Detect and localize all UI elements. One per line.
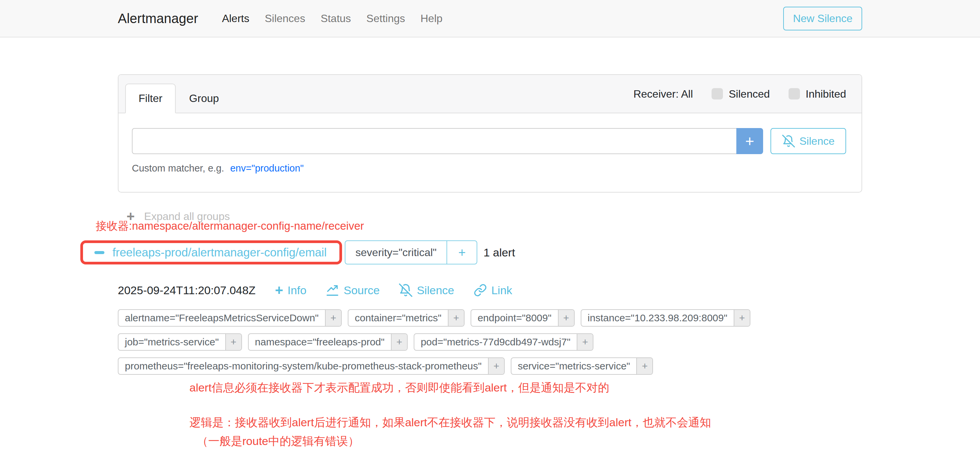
silence-button-label: Silence [800, 135, 835, 147]
label-tag-text: namespace="freeleaps-prod" [249, 334, 391, 350]
alert-count: 1 alert [483, 246, 515, 259]
label-tag: instance="10.233.98.209:8009" + [581, 309, 750, 326]
add-matcher-button[interactable]: + [737, 128, 763, 154]
alert-info-button[interactable]: + Info [275, 283, 306, 297]
label-tag-text: job="metrics-service" [118, 334, 225, 350]
plus-icon: + [739, 312, 745, 323]
label-tag-add-button[interactable]: + [325, 310, 341, 326]
nav-item-silences[interactable]: Silences [257, 13, 313, 25]
receiver-filter-label: Receiver: All [633, 87, 693, 100]
label-tag-add-button[interactable]: + [225, 334, 241, 350]
plus-icon: + [642, 360, 648, 372]
label-tag-text: pod="metrics-77d9cdb497-wdsj7" [414, 334, 577, 350]
alert-link-label: Link [492, 284, 512, 297]
plus-icon: + [453, 312, 459, 323]
alert-info-label: Info [288, 284, 307, 297]
annotation-alert-note: alert信息必须在接收器下才表示配置成功，否则即使能看到alert，但是通知是… [189, 380, 862, 396]
plus-icon: + [330, 312, 336, 323]
alert-link-button[interactable]: Link [474, 284, 512, 297]
custom-matcher-hint: Custom matcher, e.g. env="production" [132, 163, 846, 174]
nav-item-help[interactable]: Help [413, 13, 450, 25]
matcher-input[interactable] [132, 128, 737, 154]
plus-icon: + [582, 336, 589, 348]
filter-card-header: Filter Group Receiver: All Silenced Inhi… [118, 75, 862, 113]
alert-labels: alertname="FreeleapsMetricsServiceDown" … [118, 309, 862, 375]
filter-card: Filter Group Receiver: All Silenced Inhi… [118, 74, 862, 193]
plus-icon: + [493, 360, 500, 372]
label-row: prometheus="freeleaps-monitoring-system/… [118, 357, 862, 375]
silenced-checkbox-label[interactable]: Silenced [729, 87, 770, 100]
label-tag: service="metrics-service" + [511, 357, 653, 375]
label-tag-add-button[interactable]: + [558, 310, 574, 326]
label-row: job="metrics-service" + namespace="freel… [118, 333, 862, 351]
label-tag-add-button[interactable]: + [577, 334, 593, 350]
tab-group[interactable]: Group [176, 84, 232, 113]
link-icon [474, 284, 487, 297]
annotation-logic-note2: （一般是route中的逻辑有错误） [197, 434, 862, 449]
plus-icon: + [745, 132, 754, 150]
group-matcher-add-button[interactable]: + [447, 241, 477, 264]
new-silence-button[interactable]: New Silence [783, 7, 862, 30]
filter-card-body: + Silence Custom matcher, e.g. env="prod… [118, 113, 862, 192]
label-tag-add-button[interactable]: + [733, 310, 750, 326]
alert-source-label: Source [344, 284, 380, 297]
plus-icon: + [275, 283, 283, 297]
nav-item-settings[interactable]: Settings [359, 13, 413, 25]
receiver-group-toggle[interactable]: freeleaps-prod/alertmanager-config/email [94, 246, 327, 259]
alert-silence-label: Silence [417, 284, 454, 297]
inhibited-checkbox[interactable] [789, 88, 800, 100]
chart-icon [326, 284, 339, 297]
label-tag-text: prometheus="freeleaps-monitoring-system/… [118, 358, 488, 374]
nav-item-alerts[interactable]: Alerts [214, 13, 257, 25]
inhibited-checkbox-label[interactable]: Inhibited [806, 87, 846, 100]
label-tag-text: alertname="FreeleapsMetricsServiceDown" [118, 310, 325, 326]
nav-item-status[interactable]: Status [313, 13, 359, 25]
app-brand[interactable]: Alertmanager [118, 11, 198, 26]
group-matcher-label[interactable]: severity="critical" [345, 241, 447, 264]
label-tag: pod="metrics-77d9cdb497-wdsj7" + [414, 333, 593, 351]
label-tag: endpoint="8009" + [471, 309, 575, 326]
tab-filter[interactable]: Filter [125, 84, 176, 113]
plus-icon: + [231, 336, 237, 348]
label-tag-add-button[interactable]: + [448, 310, 464, 326]
alert-timestamp: 2025-09-24T11:20:07.048Z [118, 284, 255, 297]
alert-meta-row: 2025-09-24T11:20:07.048Z + Info Source S… [118, 283, 862, 297]
receiver-group-row: freeleaps-prod/alertmanager-config/email… [118, 240, 862, 265]
label-tag: namespace="freeleaps-prod" + [248, 333, 408, 351]
annotation-highlight-box: freeleaps-prod/alertmanager-config/email [80, 240, 342, 265]
plus-icon: + [458, 246, 466, 260]
silence-button[interactable]: Silence [770, 128, 846, 154]
alert-source-link[interactable]: Source [326, 284, 380, 297]
filter-header-controls: Receiver: All Silenced Inhibited [633, 87, 846, 100]
hint-text: Custom matcher, e.g. [132, 163, 224, 174]
label-tag-text: instance="10.233.98.209:8009" [581, 310, 733, 326]
silenced-checkbox[interactable] [711, 88, 723, 100]
label-tag-add-button[interactable]: + [636, 358, 652, 374]
alert-silence-button[interactable]: Silence [399, 284, 454, 297]
label-tag-text: endpoint="8009" [471, 310, 558, 326]
plus-icon: + [563, 312, 570, 323]
label-tag: alertname="FreeleapsMetricsServiceDown" … [118, 309, 342, 326]
plus-icon: + [396, 336, 402, 348]
hint-example-link[interactable]: env="production" [230, 163, 304, 174]
label-tag-add-button[interactable]: + [488, 358, 504, 374]
label-tag-text: service="metrics-service" [511, 358, 636, 374]
label-tag-add-button[interactable]: + [391, 334, 407, 350]
group-matcher-chip: severity="critical" + [345, 240, 477, 265]
minus-icon [94, 251, 104, 254]
bell-slash-icon [782, 135, 795, 147]
label-row: alertname="FreeleapsMetricsServiceDown" … [118, 309, 862, 326]
navbar: Alertmanager Alerts Silences Status Sett… [0, 0, 980, 38]
label-tag-text: container="metrics" [348, 310, 448, 326]
label-tag: prometheus="freeleaps-monitoring-system/… [118, 357, 505, 375]
label-tag: job="metrics-service" + [118, 333, 242, 351]
annotation-receiver-note: 接收器:namespace/altermanager-config-name/r… [96, 219, 862, 234]
bell-slash-icon [399, 284, 412, 297]
label-tag: container="metrics" + [348, 309, 465, 326]
main-nav: Alerts Silences Status Settings Help [214, 13, 450, 25]
annotation-logic-note: 逻辑是：接收器收到alert后进行通知，如果alert不在接收器下，说明接收器没… [189, 415, 862, 430]
receiver-group-name: freeleaps-prod/alertmanager-config/email [113, 246, 327, 259]
matcher-input-group: + [132, 128, 763, 154]
